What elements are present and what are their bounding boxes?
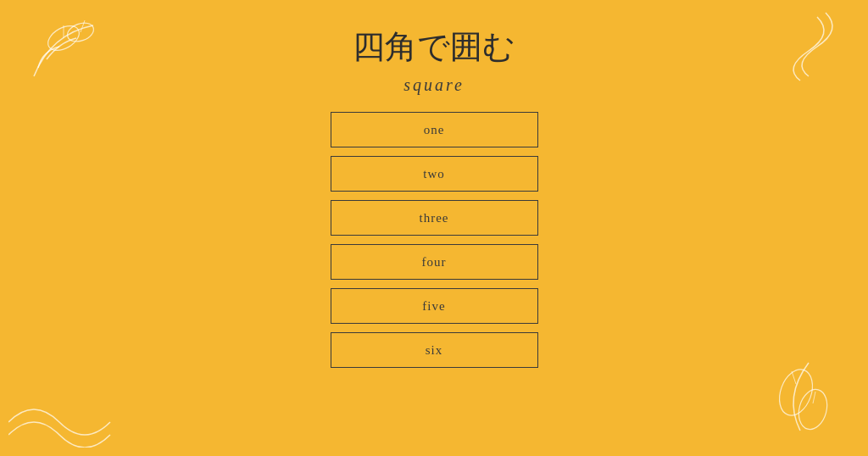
item-box-six[interactable]: six	[331, 332, 538, 368]
svg-point-3	[794, 386, 831, 433]
title-english: square	[403, 75, 465, 95]
item-box-three[interactable]: three	[331, 200, 538, 236]
bottom-left-decoration	[8, 380, 119, 448]
item-box-two[interactable]: two	[331, 156, 538, 192]
title-japanese: 四角で囲む	[353, 25, 515, 69]
item-box-one[interactable]: one	[331, 112, 538, 147]
svg-point-1	[65, 19, 97, 45]
svg-point-0	[44, 21, 84, 56]
svg-point-2	[774, 365, 819, 420]
top-left-decoration	[17, 8, 110, 93]
top-right-decoration	[749, 8, 851, 85]
items-list: onetwothreefourfivesix	[331, 112, 538, 368]
item-box-five[interactable]: five	[331, 288, 538, 324]
item-box-four[interactable]: four	[331, 244, 538, 280]
bottom-right-decoration	[766, 354, 851, 448]
